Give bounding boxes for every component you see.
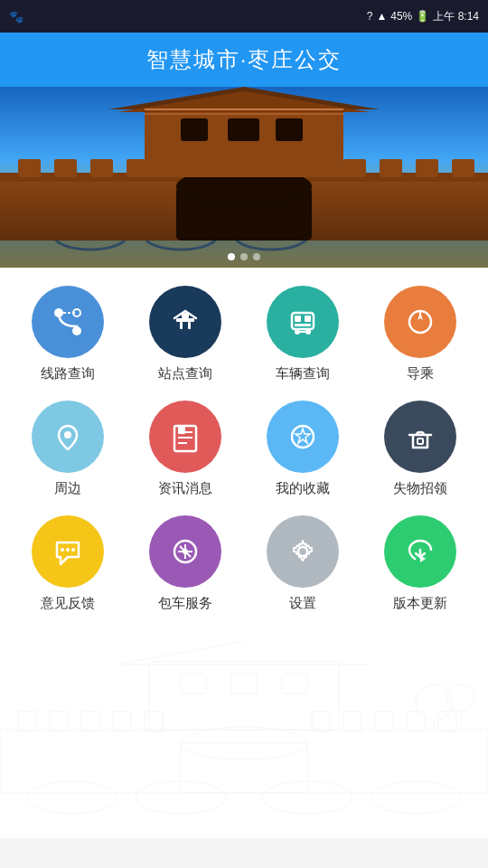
svg-rect-68 [81,712,99,731]
battery-text: 45% [390,10,412,23]
svg-point-63 [183,549,188,554]
settings-icon [267,515,339,588]
hero-banner[interactable] [0,87,488,268]
update-label: 版本更新 [393,595,447,612]
charter-icon [149,515,221,588]
svg-rect-72 [343,712,361,731]
lost-found-icon [384,401,456,473]
banner-dot-3[interactable] [253,253,260,260]
menu-item-update[interactable]: 版本更新 [371,515,470,612]
svg-rect-67 [50,712,68,731]
charter-label: 包车服务 [158,595,212,612]
menu-row-1: 线路查询 站点查询 [9,286,479,382]
svg-rect-52 [178,427,185,434]
menu-item-settings[interactable]: 设置 [253,515,352,612]
menu-grid: 线路查询 站点查询 [0,268,488,639]
menu-item-guide[interactable]: 导乘 [371,286,470,382]
feedback-icon [32,515,104,588]
battery-icon: 🔋 [416,10,429,23]
banner-dots [228,253,260,260]
menu-row-3: 意见反馈 包车服务 设置 [9,515,479,612]
svg-rect-81 [282,674,307,693]
guide-label: 导乘 [407,365,434,382]
svg-rect-9 [90,159,113,177]
menu-row-2: 周边 资讯消息 我的收藏 [9,401,479,497]
svg-rect-26 [276,118,303,141]
svg-rect-70 [145,712,163,731]
svg-rect-8 [54,159,77,177]
news-icon [149,401,221,473]
guide-icon [384,286,456,358]
banner-dot-1[interactable] [228,253,235,260]
menu-item-favorites[interactable]: 我的收藏 [253,401,352,497]
app-title: 智慧城市·枣庄公交 [146,45,343,74]
svg-point-85 [371,781,461,814]
svg-rect-38 [295,316,301,322]
svg-rect-35 [188,322,191,329]
svg-rect-55 [418,439,423,444]
menu-item-lost-found[interactable]: 失物招领 [371,401,470,497]
svg-rect-34 [180,322,183,329]
settings-label: 设置 [289,595,316,612]
menu-item-nearby[interactable]: 周边 [18,401,117,497]
nearby-icon [32,401,104,473]
vehicle-query-icon [267,286,339,358]
svg-rect-74 [407,712,425,731]
svg-marker-54 [296,429,310,443]
svg-rect-78 [149,662,339,730]
watermark-area [0,639,488,838]
svg-point-47 [64,431,71,439]
svg-rect-79 [181,674,206,693]
menu-item-route-query[interactable]: 线路查询 [18,286,117,382]
svg-rect-66 [18,712,36,731]
station-query-icon [149,286,221,358]
svg-rect-36 [182,313,189,318]
update-icon [384,515,456,588]
svg-rect-19 [452,159,474,177]
svg-rect-76 [181,743,307,793]
menu-item-vehicle-query[interactable]: 车辆查询 [253,286,352,382]
svg-point-42 [305,329,311,335]
favorites-icon [267,401,339,473]
svg-rect-33 [176,318,194,322]
svg-rect-7 [18,159,41,177]
news-label: 资讯消息 [158,480,212,497]
svg-rect-80 [231,674,257,693]
svg-rect-18 [416,159,438,177]
banner-dot-2[interactable] [240,253,248,260]
svg-rect-71 [312,712,330,731]
svg-rect-27 [228,118,259,141]
svg-point-58 [71,548,75,552]
feedback-label: 意见反馈 [41,595,95,612]
app-icon: 🐾 [9,10,23,24]
menu-item-feedback[interactable]: 意见反馈 [18,515,117,612]
status-bar: 🐾 ? ▲ 45% 🔋 上午 8:14 [0,0,488,33]
svg-point-82 [27,781,117,814]
route-query-label: 线路查询 [41,365,95,382]
svg-rect-65 [0,730,488,793]
time-text: 上午 8:14 [433,9,479,24]
svg-rect-17 [380,159,402,177]
svg-point-56 [66,548,70,552]
svg-rect-16 [343,159,366,177]
svg-point-86 [416,684,452,721]
question-icon: ? [367,10,373,23]
lost-found-label: 失物招领 [393,480,447,497]
signal-icon: ▲ [376,10,387,23]
menu-item-news[interactable]: 资讯消息 [136,401,235,497]
svg-rect-25 [181,118,208,141]
station-query-label: 站点查询 [158,365,212,382]
svg-rect-73 [375,712,393,731]
svg-rect-69 [113,712,131,731]
favorites-label: 我的收藏 [276,480,330,497]
svg-point-41 [295,329,300,335]
route-query-icon [32,286,104,358]
svg-point-57 [61,548,64,552]
vehicle-query-label: 车辆查询 [276,365,330,382]
svg-rect-39 [305,316,311,322]
nearby-label: 周边 [54,480,81,497]
menu-item-charter[interactable]: 包车服务 [136,515,235,612]
app-header: 智慧城市·枣庄公交 [0,33,488,87]
svg-rect-40 [295,324,311,326]
menu-item-station-query[interactable]: 站点查询 [136,286,235,382]
